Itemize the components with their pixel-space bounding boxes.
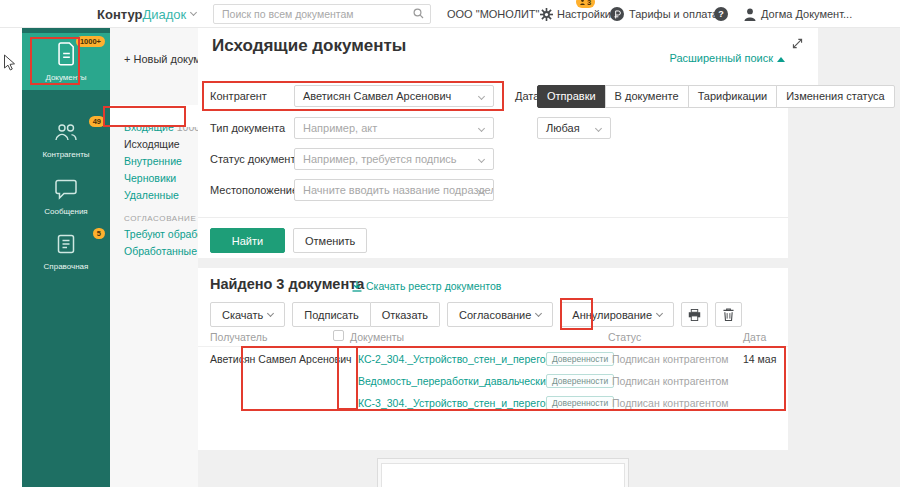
sidebar-item-documents[interactable]: Документы 1000+ <box>22 33 110 90</box>
doc-type-label: Тип документа <box>210 122 285 134</box>
person-mini-icon <box>580 0 585 5</box>
status-cell: Подписан контрагентом <box>612 375 728 387</box>
actions-toolbar: Скачать Подписать Отказать Согласование … <box>210 302 742 327</box>
chevron-down-icon <box>478 156 485 163</box>
org-name: ООО "МОНОЛИТ" <box>447 8 539 20</box>
tariffs-menu[interactable]: Тарифы и оплата <box>610 0 718 28</box>
download-button[interactable]: Скачать <box>210 302 285 327</box>
org-switcher[interactable]: ООО "МОНОЛИТ" <box>447 0 549 28</box>
advanced-search-link[interactable]: Расширенный поиск <box>600 52 785 64</box>
sign-button[interactable]: Подписать <box>292 302 370 327</box>
contractor-label: Контрагент <box>210 90 267 102</box>
download-icon <box>352 281 362 292</box>
sidebar-item-contractors[interactable]: Контрагенты 49 <box>22 113 110 165</box>
nav-item-outgoing[interactable]: Исходящие <box>124 138 180 150</box>
doc-status-label: Статус документа <box>210 153 301 165</box>
nav-item-drafts[interactable]: Черновики <box>124 172 176 184</box>
doc-status-select[interactable]: Например, требуется подпись <box>294 148 494 170</box>
settings-menu[interactable]: Настройки 3 <box>540 0 611 28</box>
triangle-up-icon <box>777 57 785 62</box>
expand-icon[interactable] <box>791 37 804 50</box>
powers-badge-wrap: Доверенности <box>546 352 614 366</box>
trash-icon <box>723 308 734 321</box>
approval-button[interactable]: Согласование <box>447 302 553 327</box>
download-registry-link[interactable]: Скачать реестр документов <box>352 280 501 292</box>
logo[interactable]: КонтурДиадок <box>97 0 196 28</box>
recipient-cell: Аветисян Самвел Арсенович <box>210 353 352 365</box>
chat-bubble-icon <box>54 178 78 200</box>
powers-badge-wrap: Доверенности <box>546 374 614 388</box>
embedded-widget-inner <box>381 463 625 487</box>
approval-button-label: Согласование <box>459 309 531 321</box>
global-search <box>213 4 431 24</box>
documents-count-badge: 1000+ <box>76 36 105 47</box>
date-any-select[interactable]: Любая <box>537 117 611 139</box>
contractors-count-badge: 49 <box>89 116 105 127</box>
person-icon <box>744 8 756 21</box>
table-row: Ведомость_переработки_давальческих_матер… <box>198 371 788 393</box>
user-menu[interactable]: Догма Документ... <box>744 0 852 28</box>
tab-date-tariffication[interactable]: Тарификации <box>688 85 778 108</box>
date-label: Дата <box>515 90 539 102</box>
advanced-search-label: Расширенный поиск <box>669 52 773 64</box>
powers-badge: Доверенности <box>546 374 614 388</box>
chevron-down-icon <box>478 125 485 132</box>
results-count: Найдено 3 документа <box>210 276 364 292</box>
logo-kontur: Контур <box>97 7 142 22</box>
contractor-select[interactable]: Аветисян Самвел Арсенович <box>294 85 494 107</box>
tab-date-sent[interactable]: Отправки <box>537 85 606 108</box>
doc-type-placeholder: Например, акт <box>303 122 377 134</box>
divider <box>198 217 788 218</box>
app-sidebar: Документы 1000+ Контрагенты 49 Сообщения <box>22 28 110 487</box>
badge-count: 3 <box>587 0 591 7</box>
embedded-widget-placeholder <box>377 458 629 487</box>
sidebar-item-reference[interactable]: Справочная 5 <box>22 225 110 277</box>
col-documents: Документы <box>350 331 404 343</box>
status-cell: Подписан контрагентом <box>612 353 728 365</box>
nav-item-deleted[interactable]: Удаленные <box>124 189 179 201</box>
search-button[interactable]: Найти <box>210 228 285 253</box>
nav-item-internal[interactable]: Внутренние <box>124 155 182 167</box>
download-button-label: Скачать <box>222 309 263 321</box>
nav-item-processed[interactable]: Обработанные <box>124 245 197 257</box>
sidebar-item-messages[interactable]: Сообщения <box>22 170 110 220</box>
search-icon <box>413 8 424 19</box>
doc-status-placeholder: Например, требуется подпись <box>303 153 457 165</box>
help-button[interactable]: ? <box>714 0 728 28</box>
diadoc-app: КонтурДиадок ООО "МОНОЛИТ" Настройки 3 <box>0 0 900 487</box>
status-cell: Подписан контрагентом <box>612 397 728 409</box>
document-icon <box>56 41 77 66</box>
chevron-down-icon <box>595 125 602 132</box>
date-cell: 14 мая <box>743 353 776 365</box>
settings-label: Настройки <box>557 8 611 20</box>
logo-chevron-icon[interactable] <box>190 9 197 16</box>
documents-nav: + Новый документ ДОКУМЕНТООБОРОТ Входящи… <box>110 28 198 487</box>
question-circle-icon: ? <box>714 7 728 21</box>
print-button[interactable] <box>681 302 708 327</box>
select-all-checkbox[interactable] <box>333 330 344 343</box>
tab-date-status-change[interactable]: Изменения статуса <box>776 85 895 108</box>
checkbox[interactable] <box>333 330 344 341</box>
col-status: Статус <box>608 331 641 343</box>
reject-button[interactable]: Отказать <box>371 302 440 327</box>
delete-button[interactable] <box>715 302 742 327</box>
location-select[interactable]: Начните вводить название подразделения <box>294 179 494 201</box>
download-registry-label: Скачать реестр документов <box>366 280 501 292</box>
col-date: Дата <box>743 331 766 343</box>
results-panel: Найдено 3 документа Скачать реестр докум… <box>198 268 788 450</box>
book-icon <box>55 233 77 255</box>
powers-badge: Доверенности <box>546 352 614 366</box>
annulment-button-label: Аннулирование <box>572 309 652 321</box>
people-icon <box>53 121 79 143</box>
tab-date-in-document[interactable]: В документе <box>605 85 689 108</box>
col-recipient: Получатель <box>210 331 267 343</box>
annulment-button[interactable]: Аннулирование <box>560 302 674 327</box>
location-placeholder: Начните вводить название подразделения <box>303 184 494 196</box>
date-mode-tabs: Отправки В документе Тарификации Изменен… <box>537 85 895 108</box>
table-row: Аветисян Самвел Арсенович КС-2_304._Устр… <box>198 349 788 371</box>
cancel-button[interactable]: Отменить <box>293 228 367 253</box>
doc-type-select[interactable]: Например, акт <box>294 117 494 139</box>
reference-count-badge: 5 <box>93 228 105 239</box>
active-item-background <box>110 105 198 127</box>
search-input[interactable] <box>213 4 431 24</box>
